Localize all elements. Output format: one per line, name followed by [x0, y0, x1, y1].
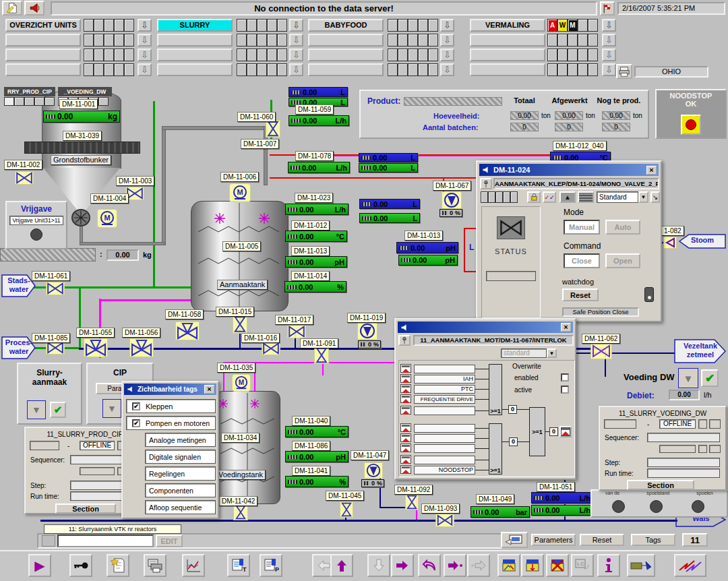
interlock-input-icon[interactable]: [400, 406, 411, 415]
tag-plate[interactable]: DM-11-055: [76, 328, 115, 338]
print-batch-button[interactable]: [144, 554, 166, 577]
nav-down-button[interactable]: [367, 554, 390, 577]
tag-plate[interactable]: DM-11-041: [292, 466, 330, 476]
step-end-button[interactable]: [467, 554, 490, 577]
pump-dm-11-019[interactable]: [357, 322, 377, 340]
tag-plate[interactable]: DM-11-007: [241, 139, 279, 149]
tag-plate[interactable]: DM-11-056: [122, 328, 160, 338]
close-valve-button[interactable]: Close: [564, 253, 600, 268]
menu-item-afloop[interactable]: Afloop sequentie: [145, 500, 216, 514]
nav-down-arrow[interactable]: ⇩: [289, 34, 303, 47]
pump-dm-11-067[interactable]: [442, 191, 462, 209]
tags-button[interactable]: Tags: [631, 534, 675, 546]
tag-plate[interactable]: DM-11-016: [241, 333, 280, 343]
tag-plate[interactable]: DM-11-086: [292, 441, 330, 451]
tag-plate[interactable]: DM-11-023: [295, 193, 333, 203]
valve-dm-11-055[interactable]: [84, 338, 108, 357]
tag-plate[interactable]: DM-11-093: [421, 503, 460, 514]
valve-dm-11-017[interactable]: [287, 325, 306, 338]
menu-item-regelingen[interactable]: Regelingen: [145, 466, 216, 481]
nav-down-arrow[interactable]: ⇩: [602, 49, 616, 61]
nav-down-arrow[interactable]: ⇩: [138, 19, 152, 32]
page-button[interactable]: [2, 1, 22, 16]
tag-plate[interactable]: DM-11-004: [90, 193, 129, 204]
nav-down-arrow[interactable]: ⇩: [440, 19, 454, 32]
tag-plate[interactable]: DM-11-014: [291, 271, 330, 281]
valve-dm-11-085[interactable]: [46, 341, 65, 355]
menu-item-kleppen[interactable]: ✔ Kleppen: [126, 399, 216, 413]
nav-empty[interactable]: [470, 34, 545, 47]
valve-dm-11-016[interactable]: [262, 342, 280, 355]
tag-plate[interactable]: DM-11-060: [237, 112, 276, 122]
interlock-input-icon[interactable]: [400, 374, 411, 383]
interlock-input-icon[interactable]: [400, 384, 411, 393]
screen-nav-button[interactable]: [501, 532, 528, 548]
tag-plate[interactable]: DM-11-012_040: [553, 141, 607, 151]
tag-plate[interactable]: DM-11-002: [4, 160, 42, 170]
valve-dm-11-002[interactable]: [15, 171, 34, 185]
nav-down-arrow[interactable]: ⇩: [602, 34, 616, 47]
nav-forward-button[interactable]: [391, 554, 414, 577]
motor-aanmaaktank[interactable]: M: [229, 183, 251, 202]
undo-button[interactable]: [418, 554, 441, 577]
nav-down-arrow[interactable]: ⇩: [138, 49, 152, 61]
nav-empty[interactable]: [308, 49, 384, 61]
checkered-flag-button[interactable]: [600, 1, 615, 16]
interlock-input-icon[interactable]: [400, 394, 411, 403]
nav-down-arrow[interactable]: ⇩: [138, 34, 152, 47]
nav-down-arrow[interactable]: ⇩: [289, 49, 303, 61]
valve-dm-11-058[interactable]: [175, 322, 200, 340]
reset-button[interactable]: Reset: [562, 288, 599, 301]
valve-dm-11-091[interactable]: [314, 346, 329, 364]
nav-empty[interactable]: [470, 63, 545, 76]
view-dropdown-arrow[interactable]: ▼: [547, 348, 557, 358]
nav-up-button[interactable]: [330, 554, 353, 577]
runtime-field[interactable]: [647, 468, 720, 478]
alarm-list-button[interactable]: [497, 554, 520, 577]
parameters-button[interactable]: Parameters: [531, 534, 576, 546]
collapse-button[interactable]: ▲: [559, 191, 576, 203]
tag-plate[interactable]: DM-11-042: [219, 496, 257, 506]
interlock-input-icon[interactable]: [400, 364, 411, 373]
tag-plate[interactable]: DM-11-045: [326, 491, 364, 501]
report-t-button[interactable]: T: [227, 554, 250, 577]
section-button[interactable]: Section: [627, 480, 694, 490]
view-dropdown-arrow[interactable]: ▼: [638, 191, 648, 203]
tag-plate[interactable]: DM-11-035: [217, 363, 255, 373]
hardware-button[interactable]: [627, 554, 655, 577]
edit-input[interactable]: [57, 534, 154, 547]
step-field[interactable]: [647, 458, 720, 467]
tag-plate[interactable]: DM-11-091: [300, 338, 338, 348]
nav-empty[interactable]: [157, 49, 233, 61]
valve-dm-11-092[interactable]: [405, 494, 419, 510]
valve-dm-11-045[interactable]: [340, 501, 353, 518]
motor-voedingstank[interactable]: M: [232, 374, 251, 392]
slurry-ok-button[interactable]: ✔: [50, 402, 66, 418]
nav-down-arrow[interactable]: ⇩: [440, 34, 454, 47]
tag-plate[interactable]: DM-31-039: [63, 131, 102, 141]
nav-empty[interactable]: [5, 63, 81, 76]
nav-empty[interactable]: [5, 49, 81, 61]
faceplate-titlebar[interactable]: DM-11-024 ×: [479, 164, 659, 176]
nav-down-arrow[interactable]: ⇩: [289, 19, 303, 32]
tag-plate[interactable]: DM-11-012: [291, 220, 330, 231]
close-icon[interactable]: ×: [646, 166, 657, 175]
cip-dropdown-button[interactable]: ▼: [102, 399, 121, 418]
checkbox-checked[interactable]: ✔: [132, 419, 140, 427]
print-button[interactable]: [616, 64, 632, 79]
key-button[interactable]: [69, 554, 92, 577]
nav-down-arrow[interactable]: ⇩: [289, 63, 303, 76]
open-valve-button[interactable]: Open: [605, 253, 640, 268]
interlock-input-icon[interactable]: [400, 455, 411, 464]
enabled-checkbox[interactable]: [561, 373, 569, 381]
tag-plate[interactable]: DM-11-059: [295, 104, 334, 115]
interlock-input-icon[interactable]: [400, 444, 411, 452]
valve-dm-11-060[interactable]: [266, 120, 280, 137]
menu-item-digitale[interactable]: Digitale signalen: [145, 450, 216, 464]
pin-button[interactable]: [480, 178, 492, 189]
info-button[interactable]: [597, 554, 620, 577]
alarm-delete-button[interactable]: [546, 554, 569, 577]
signature-button[interactable]: [674, 554, 706, 577]
view-selector[interactable]: Standard: [597, 191, 638, 203]
tag-plate[interactable]: DM-11-001: [59, 99, 98, 109]
